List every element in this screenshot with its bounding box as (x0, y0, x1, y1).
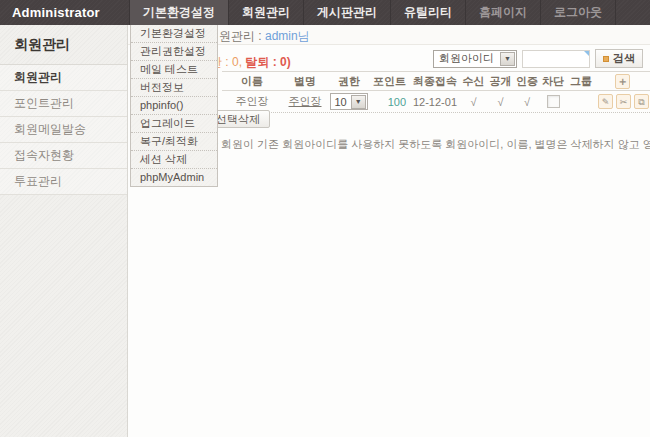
member-table: 이름 별명 권한 포인트 최종접속 수신 공개 인증 차단 그룹 ＋ 주인장 주… (222, 71, 650, 113)
sidebar-title: 회원관리 (0, 25, 127, 65)
sidebar-item-member-mail[interactable]: 회원메일발송 (0, 117, 127, 143)
menu-item-phpmyadmin[interactable]: phpMyAdmin (131, 169, 217, 186)
table-row: 주인장 주인장 10 ▼ 100 12-12-01 √ √ √ ✎ ✂ (222, 91, 650, 113)
member-level-value: 10 (331, 96, 349, 108)
chevron-down-icon[interactable]: ▼ (500, 52, 515, 66)
top-menu-member-admin[interactable]: 회원관리 (228, 0, 303, 25)
top-menu-logout[interactable]: 로그아웃 (540, 0, 616, 25)
top-menu-homepage[interactable]: 홈페이지 (465, 0, 540, 25)
col-header-point: 포인트 (370, 74, 410, 89)
menu-item-basic-settings[interactable]: 기본환경설정 (131, 25, 217, 43)
col-header-open: 공개 (487, 74, 514, 89)
pencil-icon: ✎ (602, 97, 610, 107)
search-button-label: 검색 (613, 51, 635, 66)
top-bar: Administrator 기본환경설정 회원관리 게시판관리 유틸리티 홈페이… (0, 0, 650, 25)
top-menu-basic-settings[interactable]: 기본환경설정 (129, 0, 228, 25)
menu-item-upgrade[interactable]: 업그레이드 (131, 115, 217, 133)
col-header-certify: 인증 (514, 74, 540, 89)
retention-notice: 탈퇴한 회원이 기존 회원아이디를 사용하지 못하도록 회원아이디, 이름, 별… (185, 137, 650, 152)
top-menu: 기본환경설정 회원관리 게시판관리 유틸리티 홈페이지 로그아웃 (129, 0, 616, 25)
member-nickname-link[interactable]: 주인장 (289, 95, 322, 107)
col-header-name: 이름 (222, 74, 282, 89)
member-level-select[interactable]: 10 ▼ (330, 93, 367, 110)
member-table-header: 이름 별명 권한 포인트 최종접속 수신 공개 인증 차단 그룹 ＋ (222, 72, 650, 91)
search-area: 회원아이디 ▼ 검색 (433, 49, 643, 68)
chevron-down-icon[interactable]: ▼ (351, 95, 366, 109)
col-header-receive: 수신 (460, 74, 487, 89)
top-menu-utility[interactable]: 유틸리티 (390, 0, 465, 25)
scissors-icon: ✂ (620, 97, 628, 107)
search-bullet-icon (603, 56, 609, 62)
copy-icon: ⧉ (638, 97, 644, 107)
row-actions: ✎ ✂ ⧉ (596, 94, 650, 109)
member-point: 100 (388, 96, 406, 108)
menu-item-phpinfo[interactable]: phpinfo() (131, 97, 217, 115)
member-name: 주인장 (222, 94, 282, 109)
basic-settings-dropdown: 기본환경설정 관리권한설정 메일 테스트 버전정보 phpinfo() 업그레이… (130, 25, 218, 187)
member-last-access: 12-12-01 (410, 96, 460, 108)
menu-item-session-delete[interactable]: 세션 삭제 (131, 151, 217, 169)
certify-check-mark: √ (524, 96, 530, 108)
copy-member-button[interactable]: ⧉ (634, 94, 649, 109)
col-header-nickname: 별명 (282, 74, 328, 89)
menu-item-mail-test[interactable]: 메일 테스트 (131, 61, 217, 79)
edit-member-button[interactable]: ✎ (598, 94, 613, 109)
breadcrumb-user-name: admin님 (265, 29, 310, 43)
search-input[interactable] (523, 53, 589, 69)
admin-app: Administrator 기본환경설정 회원관리 게시판관리 유틸리티 홈페이… (0, 0, 650, 437)
search-field-select[interactable]: 회원아이디 ▼ (433, 50, 517, 68)
receive-check-mark: √ (470, 96, 476, 108)
open-check-mark: √ (497, 96, 503, 108)
breadcrumb: 회원관리 : admin님 (207, 28, 310, 45)
sidebar-item-member-admin[interactable]: 회원관리 (0, 65, 127, 91)
col-header-last-access: 최종접속 (410, 74, 460, 89)
brand-title: Administrator (0, 0, 129, 25)
plus-icon: ＋ (617, 75, 628, 87)
col-header-block: 차단 (540, 74, 566, 89)
add-member-button[interactable]: ＋ (615, 74, 630, 89)
search-input-wrap (522, 50, 590, 68)
menu-item-version-info[interactable]: 버전정보 (131, 79, 217, 97)
search-field-select-value: 회원아이디 (434, 51, 499, 66)
block-checkbox[interactable] (547, 95, 560, 108)
input-corner-marker (584, 51, 589, 56)
delete-member-button[interactable]: ✂ (616, 94, 631, 109)
sidebar-item-connected-users[interactable]: 접속자현황 (0, 143, 127, 169)
col-header-actions: ＋ (596, 74, 650, 89)
menu-item-restore-optimize[interactable]: 복구/최적화 (131, 133, 217, 151)
sidebar-item-poll-admin[interactable]: 투표관리 (0, 169, 127, 195)
col-header-level: 권한 (328, 74, 370, 89)
sidebar: 회원관리 회원관리 포인트관리 회원메일발송 접속자현황 투표관리 (0, 25, 128, 437)
col-header-group: 그룹 (566, 74, 596, 89)
sidebar-item-point-admin[interactable]: 포인트관리 (0, 91, 127, 117)
search-button[interactable]: 검색 (595, 49, 643, 68)
member-stats-withdrawn: 탈퇴 : 0) (245, 55, 290, 69)
top-menu-board-admin[interactable]: 게시판관리 (303, 0, 390, 25)
menu-item-admin-rights[interactable]: 관리권한설정 (131, 43, 217, 61)
